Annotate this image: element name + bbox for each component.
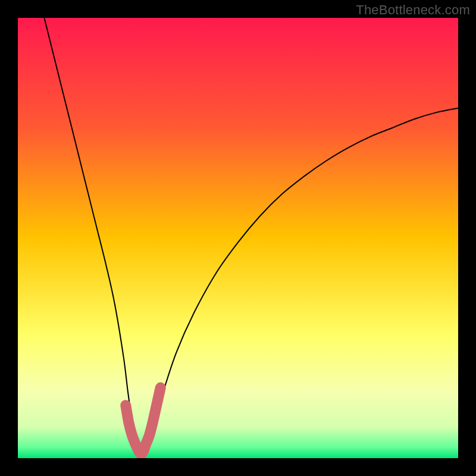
- chart-frame: TheBottleneck.com: [0, 0, 476, 476]
- plot-background: [18, 18, 458, 458]
- chart-svg: [0, 0, 476, 476]
- watermark-label: TheBottleneck.com: [356, 2, 470, 18]
